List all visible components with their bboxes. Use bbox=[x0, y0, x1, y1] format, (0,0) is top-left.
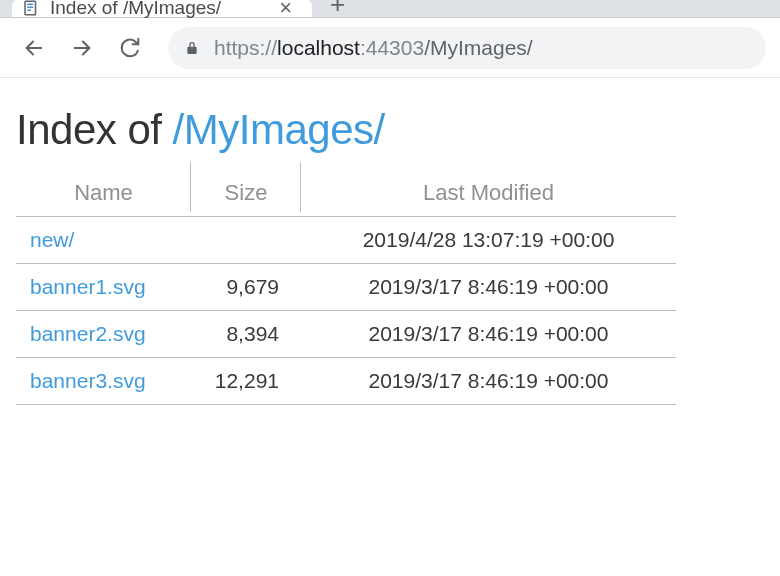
cell-name: new/ bbox=[16, 217, 191, 264]
heading-prefix: Index of bbox=[16, 106, 173, 153]
url-port: :44303 bbox=[360, 36, 424, 60]
browser-toolbar: https://localhost:44303/MyImages/ bbox=[0, 18, 780, 78]
url-path: /MyImages/ bbox=[424, 36, 533, 60]
file-link[interactable]: banner2.svg bbox=[30, 322, 146, 345]
tab-close-icon[interactable]: × bbox=[273, 0, 298, 21]
url-scheme: https:// bbox=[214, 36, 277, 60]
reload-button[interactable] bbox=[110, 28, 150, 68]
table-row: banner3.svg12,2912019/3/17 8:46:19 +00:0… bbox=[16, 358, 676, 405]
cell-modified: 2019/4/28 13:07:19 +00:00 bbox=[301, 217, 676, 264]
cell-size bbox=[191, 217, 301, 264]
heading-path: /MyImages/ bbox=[173, 106, 385, 153]
cell-name: banner3.svg bbox=[16, 358, 191, 405]
file-link[interactable]: new/ bbox=[30, 228, 74, 251]
lock-icon bbox=[184, 40, 200, 56]
back-button[interactable] bbox=[14, 28, 54, 68]
url-text: https://localhost:44303/MyImages/ bbox=[214, 36, 533, 60]
directory-listing-table: Name Size Last Modified new/2019/4/28 13… bbox=[16, 170, 676, 405]
column-header-modified[interactable]: Last Modified bbox=[301, 170, 676, 217]
new-tab-button[interactable]: + bbox=[312, 0, 363, 17]
file-link[interactable]: banner3.svg bbox=[30, 369, 146, 392]
cell-name: banner2.svg bbox=[16, 311, 191, 358]
column-header-name[interactable]: Name bbox=[16, 170, 191, 217]
tab-favicon-icon bbox=[22, 0, 40, 17]
browser-tab[interactable]: Index of /MyImages/ × bbox=[12, 0, 312, 17]
cell-size: 8,394 bbox=[191, 311, 301, 358]
table-row: banner2.svg8,3942019/3/17 8:46:19 +00:00 bbox=[16, 311, 676, 358]
table-row: banner1.svg9,6792019/3/17 8:46:19 +00:00 bbox=[16, 264, 676, 311]
page-content: Index of /MyImages/ Name Size Last Modif… bbox=[0, 78, 780, 405]
cell-modified: 2019/3/17 8:46:19 +00:00 bbox=[301, 358, 676, 405]
url-host: localhost bbox=[277, 36, 360, 60]
cell-modified: 2019/3/17 8:46:19 +00:00 bbox=[301, 311, 676, 358]
cell-size: 9,679 bbox=[191, 264, 301, 311]
forward-button[interactable] bbox=[62, 28, 102, 68]
tab-bar: Index of /MyImages/ × + bbox=[0, 0, 780, 18]
tab-title: Index of /MyImages/ bbox=[50, 0, 263, 19]
cell-size: 12,291 bbox=[191, 358, 301, 405]
cell-modified: 2019/3/17 8:46:19 +00:00 bbox=[301, 264, 676, 311]
file-link[interactable]: banner1.svg bbox=[30, 275, 146, 298]
cell-name: banner1.svg bbox=[16, 264, 191, 311]
column-header-size[interactable]: Size bbox=[191, 170, 301, 217]
page-title: Index of /MyImages/ bbox=[16, 106, 764, 154]
address-bar[interactable]: https://localhost:44303/MyImages/ bbox=[168, 27, 766, 69]
table-row: new/2019/4/28 13:07:19 +00:00 bbox=[16, 217, 676, 264]
